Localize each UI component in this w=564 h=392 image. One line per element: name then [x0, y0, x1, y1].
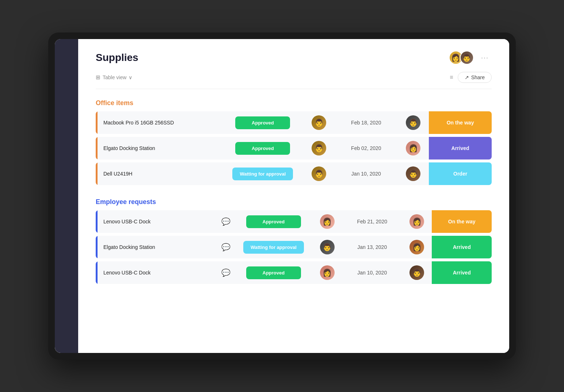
status-badge: Approved — [235, 142, 290, 155]
avatar: 👨 — [406, 166, 420, 181]
chat-bubble-icon: 💬 — [221, 268, 230, 277]
item-name: Elgato Docking Station — [98, 145, 222, 151]
avatar: 👩 — [320, 265, 335, 280]
sidebar — [55, 39, 78, 353]
date-cell: Jan 10, 2020 — [342, 270, 402, 276]
share-icon: ↗ — [465, 74, 469, 80]
status-cell: Approved — [222, 142, 303, 155]
sections-container: Office itemsMacbook Pro i5 16GB 256SSDAp… — [96, 99, 492, 284]
item-name: Elgato Docking Station — [98, 244, 217, 250]
action-badge: On the way — [429, 111, 492, 134]
status-badge: Approved — [246, 215, 301, 228]
avatar: 👩 — [409, 214, 424, 229]
table-row[interactable]: Elgato Docking StationApproved👨Feb 02, 2… — [96, 137, 492, 160]
action-badge: On the way — [432, 210, 492, 233]
table-row[interactable]: Dell U2419HWatting for approval👨Jan 10, … — [96, 162, 492, 185]
requester-avatar: 👨 — [304, 141, 335, 155]
avatar: 👨 — [320, 240, 335, 254]
section-title: Employee requests — [96, 198, 492, 206]
status-cell: Watting for approval — [235, 241, 312, 254]
status-cell: Approved — [235, 266, 312, 279]
status-badge: Watting for approval — [243, 241, 304, 254]
avatars-group: 👩 👨 — [449, 51, 474, 65]
status-badge: Approved — [235, 116, 290, 129]
assignee-avatar: 👨 — [402, 265, 432, 280]
requester-avatar: 👩 — [312, 265, 342, 280]
date-cell: Jan 13, 2020 — [342, 244, 402, 250]
item-name: Lenovo USB-C Dock — [98, 219, 217, 224]
avatar: 👨 — [406, 115, 420, 130]
view-label: Table view — [103, 74, 126, 80]
date-cell: Feb 21, 2020 — [342, 219, 402, 224]
avatar: 👨 — [409, 265, 424, 280]
table-row[interactable]: Lenovo USB-C Dock💬Approved👩Feb 21, 2020👩… — [96, 210, 492, 233]
item-name: Dell U2419H — [98, 171, 222, 177]
status-cell: Approved — [235, 215, 312, 228]
assignee-avatar: 👩 — [402, 214, 432, 229]
avatar: 👨 — [312, 115, 326, 130]
main-content: Supplies 👩 👨 ··· — [78, 39, 509, 353]
divider — [96, 89, 492, 89]
action-cell[interactable]: On the way — [432, 210, 492, 233]
chat-icon[interactable]: 💬 — [217, 217, 235, 226]
avatar: 👨 — [312, 166, 326, 181]
assignee-avatar: 👨 — [397, 115, 429, 130]
table-view-button[interactable]: ⊞ Table view ∨ — [96, 74, 132, 81]
more-options-button[interactable]: ··· — [478, 53, 492, 63]
action-cell[interactable]: Order — [429, 162, 492, 185]
requester-avatar: 👨 — [312, 240, 342, 254]
page-title: Supplies — [96, 52, 138, 64]
status-cell: Approved — [222, 116, 303, 129]
header-right: 👩 👨 ··· — [449, 51, 492, 65]
date-cell: Feb 02, 2020 — [335, 145, 397, 151]
assignee-avatar: 👨 — [397, 166, 429, 181]
status-badge: Watting for approval — [232, 168, 293, 180]
avatar: 👩 — [320, 214, 335, 229]
chat-bubble-icon: 💬 — [221, 243, 230, 251]
section-title: Office items — [96, 99, 492, 107]
date-cell: Jan 10, 2020 — [335, 171, 397, 177]
action-cell[interactable]: Arrived — [429, 137, 492, 160]
avatar: 👩 — [409, 240, 424, 254]
action-badge: Order — [429, 162, 492, 185]
toolbar-right: ≡ ↗ Share — [450, 72, 492, 83]
chat-icon[interactable]: 💬 — [217, 243, 235, 251]
item-name: Lenovo USB-C Dock — [98, 270, 217, 276]
action-cell[interactable]: Arrived — [432, 261, 492, 284]
action-badge: Arrived — [432, 261, 492, 284]
action-badge: Arrived — [429, 137, 492, 160]
avatar: 👨 — [460, 51, 474, 65]
header: Supplies 👩 👨 ··· — [96, 51, 492, 65]
avatar-face: 👨 — [462, 53, 471, 62]
avatar-face: 👩 — [451, 53, 460, 62]
section-employee-requests: Employee requestsLenovo USB-C Dock💬Appro… — [96, 198, 492, 284]
requester-avatar: 👨 — [304, 166, 335, 181]
chat-bubble-icon: 💬 — [221, 217, 230, 226]
table-row[interactable]: Macbook Pro i5 16GB 256SSDApproved👨Feb 1… — [96, 111, 492, 134]
device-frame: Supplies 👩 👨 ··· — [48, 32, 516, 360]
app-window: Supplies 👩 👨 ··· — [55, 39, 509, 353]
date-cell: Feb 18, 2020 — [335, 120, 397, 126]
table-row[interactable]: Elgato Docking Station💬Watting for appro… — [96, 236, 492, 258]
item-name: Macbook Pro i5 16GB 256SSD — [98, 120, 222, 126]
action-badge: Arrived — [432, 236, 492, 258]
chevron-down-icon: ∨ — [129, 74, 132, 80]
toolbar: ⊞ Table view ∨ ≡ ↗ Share — [96, 72, 492, 83]
filter-icon[interactable]: ≡ — [450, 74, 453, 81]
table-icon: ⊞ — [96, 74, 100, 81]
chat-icon[interactable]: 💬 — [217, 268, 235, 277]
action-cell[interactable]: On the way — [429, 111, 492, 134]
avatar: 👩 — [406, 141, 420, 155]
status-cell: Watting for approval — [222, 168, 303, 180]
requester-avatar: 👨 — [304, 115, 335, 130]
action-cell[interactable]: Arrived — [432, 236, 492, 258]
avatar: 👨 — [312, 141, 326, 155]
table-row[interactable]: Lenovo USB-C Dock💬Approved👩Jan 10, 2020👨… — [96, 261, 492, 284]
assignee-avatar: 👩 — [397, 141, 429, 155]
share-button[interactable]: ↗ Share — [458, 72, 492, 83]
status-badge: Approved — [246, 266, 301, 279]
assignee-avatar: 👩 — [402, 240, 432, 254]
section-office-items: Office itemsMacbook Pro i5 16GB 256SSDAp… — [96, 99, 492, 185]
requester-avatar: 👩 — [312, 214, 342, 229]
